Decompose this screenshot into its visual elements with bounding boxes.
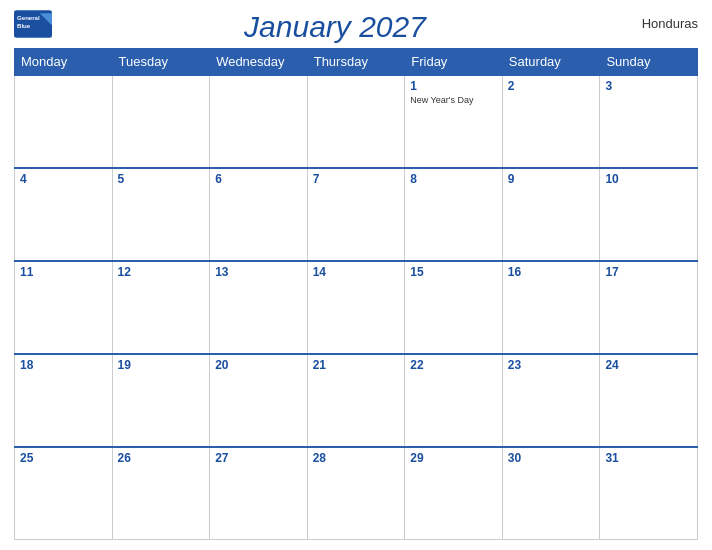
cell-w4-d4: 21	[307, 354, 405, 447]
days-header-row: Monday Tuesday Wednesday Thursday Friday…	[15, 49, 698, 76]
day-number: 12	[118, 265, 205, 279]
day-number: 14	[313, 265, 400, 279]
day-number: 2	[508, 79, 595, 93]
day-number: 21	[313, 358, 400, 372]
week-row-2: 45678910	[15, 168, 698, 261]
cell-w1-d2	[112, 75, 210, 168]
day-number: 27	[215, 451, 302, 465]
day-number: 3	[605, 79, 692, 93]
day-number: 19	[118, 358, 205, 372]
cell-w3-d1: 11	[15, 261, 113, 354]
day-number: 24	[605, 358, 692, 372]
day-number: 5	[118, 172, 205, 186]
cell-w2-d7: 10	[600, 168, 698, 261]
cell-w2-d2: 5	[112, 168, 210, 261]
cell-w1-d5: 1New Year's Day	[405, 75, 503, 168]
day-number: 9	[508, 172, 595, 186]
day-number: 16	[508, 265, 595, 279]
cell-w4-d1: 18	[15, 354, 113, 447]
country-label: Honduras	[618, 10, 698, 31]
svg-text:Blue: Blue	[17, 22, 31, 29]
day-number: 6	[215, 172, 302, 186]
cell-w5-d3: 27	[210, 447, 308, 540]
cell-w3-d3: 13	[210, 261, 308, 354]
cell-w1-d3	[210, 75, 308, 168]
day-number: 26	[118, 451, 205, 465]
cell-w5-d7: 31	[600, 447, 698, 540]
cell-w4-d6: 23	[502, 354, 600, 447]
day-number: 22	[410, 358, 497, 372]
cell-w5-d6: 30	[502, 447, 600, 540]
cell-w1-d7: 3	[600, 75, 698, 168]
header-wednesday: Wednesday	[210, 49, 308, 76]
cell-w5-d5: 29	[405, 447, 503, 540]
cell-w1-d4	[307, 75, 405, 168]
day-number: 18	[20, 358, 107, 372]
header-monday: Monday	[15, 49, 113, 76]
day-number: 13	[215, 265, 302, 279]
title-area: January 2027	[52, 10, 618, 44]
cell-w3-d2: 12	[112, 261, 210, 354]
cell-w2-d1: 4	[15, 168, 113, 261]
holiday-label: New Year's Day	[410, 95, 497, 106]
cell-w4-d2: 19	[112, 354, 210, 447]
day-number: 28	[313, 451, 400, 465]
cell-w2-d5: 8	[405, 168, 503, 261]
page: General Blue January 2027 Honduras Monda…	[0, 0, 712, 550]
day-number: 8	[410, 172, 497, 186]
week-row-4: 18192021222324	[15, 354, 698, 447]
day-number: 10	[605, 172, 692, 186]
header-sunday: Sunday	[600, 49, 698, 76]
cell-w4-d3: 20	[210, 354, 308, 447]
header: General Blue January 2027 Honduras	[14, 10, 698, 44]
day-number: 4	[20, 172, 107, 186]
day-number: 30	[508, 451, 595, 465]
week-row-5: 25262728293031	[15, 447, 698, 540]
cell-w1-d6: 2	[502, 75, 600, 168]
week-row-1: 1New Year's Day23	[15, 75, 698, 168]
day-number: 29	[410, 451, 497, 465]
cell-w4-d5: 22	[405, 354, 503, 447]
header-tuesday: Tuesday	[112, 49, 210, 76]
general-blue-logo-icon: General Blue	[14, 10, 52, 38]
day-number: 20	[215, 358, 302, 372]
cell-w5-d2: 26	[112, 447, 210, 540]
day-number: 1	[410, 79, 497, 93]
cell-w3-d4: 14	[307, 261, 405, 354]
cell-w1-d1	[15, 75, 113, 168]
week-row-3: 11121314151617	[15, 261, 698, 354]
cell-w3-d7: 17	[600, 261, 698, 354]
cell-w2-d6: 9	[502, 168, 600, 261]
cell-w2-d3: 6	[210, 168, 308, 261]
day-number: 15	[410, 265, 497, 279]
cell-w5-d4: 28	[307, 447, 405, 540]
day-number: 17	[605, 265, 692, 279]
cell-w3-d5: 15	[405, 261, 503, 354]
day-number: 25	[20, 451, 107, 465]
cell-w2-d4: 7	[307, 168, 405, 261]
calendar-table: Monday Tuesday Wednesday Thursday Friday…	[14, 48, 698, 540]
cell-w3-d6: 16	[502, 261, 600, 354]
day-number: 31	[605, 451, 692, 465]
svg-text:General: General	[17, 14, 40, 21]
cell-w4-d7: 24	[600, 354, 698, 447]
logo-area: General Blue	[14, 10, 52, 38]
cell-w5-d1: 25	[15, 447, 113, 540]
header-friday: Friday	[405, 49, 503, 76]
calendar-title: January 2027	[52, 10, 618, 44]
header-thursday: Thursday	[307, 49, 405, 76]
day-number: 11	[20, 265, 107, 279]
day-number: 7	[313, 172, 400, 186]
header-saturday: Saturday	[502, 49, 600, 76]
day-number: 23	[508, 358, 595, 372]
